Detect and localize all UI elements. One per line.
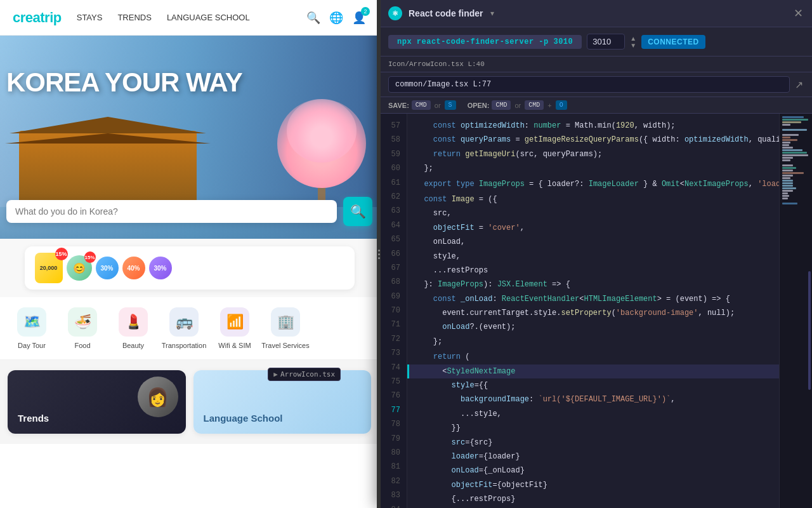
category-beauty[interactable]: 💄 Beauty: [108, 307, 159, 349]
line-numbers: 57 58 59 60 61 62 63 64 65 66 67 68 69 7…: [379, 114, 407, 508]
promo-banner: 15% 20,000 15% 😊 30% 40% 30%: [0, 239, 379, 297]
panel-close-button[interactable]: ✕: [794, 6, 803, 20]
line-num-68: 68: [379, 275, 407, 289]
divider-dot-2: [378, 253, 380, 255]
minimap-content: [780, 114, 812, 208]
or-text-1: or: [435, 102, 441, 109]
category-day-tour[interactable]: 🗺️ Day Tour: [6, 307, 57, 349]
mini-line-26: [782, 180, 793, 182]
mini-line-9: [782, 137, 790, 138]
category-wifi[interactable]: 📶 Wifi & SIM: [209, 307, 260, 349]
mini-line-32: [782, 195, 789, 197]
code-line-84: onLoad={_onLoad}: [407, 464, 779, 478]
arrow-down-icon[interactable]: ▼: [630, 42, 636, 49]
line-num-71: 71: [379, 318, 407, 331]
mini-line-2: [782, 119, 808, 121]
file-location-text: Icon/ArrowIcon.tsx L:40: [388, 60, 485, 68]
promo-percent-30a: 30%: [96, 257, 119, 279]
line-num-70: 70: [379, 304, 407, 318]
panel-title: React code finder: [409, 8, 483, 18]
port-input[interactable]: [587, 34, 625, 50]
connected-badge: CONNECTED: [641, 35, 705, 49]
code-line-60: };: [407, 161, 779, 175]
hero-section: KOREA YOUR WAY 🔍: [0, 36, 379, 239]
code-editor[interactable]: 57 58 59 60 61 62 63 64 65 66 67 68 69 7…: [379, 114, 812, 508]
category-beauty-label: Beauty: [122, 342, 144, 349]
code-line-83: loader={loader}: [407, 450, 779, 464]
line-num-67: 67: [379, 261, 407, 275]
code-line-59: return getImageUri(src, queryParams);: [407, 147, 779, 161]
panel-chevron-icon: ▾: [490, 9, 494, 18]
line-num-66: 66: [379, 247, 407, 261]
code-line-70: }: ImageProps): JSX.Element => {: [407, 277, 779, 291]
code-line-81: }}: [407, 421, 779, 435]
line-num-72: 72: [379, 332, 407, 346]
code-line-74: };: [407, 335, 779, 349]
code-line-65: src,: [407, 206, 779, 220]
code-line-85: objectFit={objectFit}: [407, 478, 779, 492]
nav-item-trends[interactable]: TRENDS: [117, 13, 151, 22]
trends-card[interactable]: Trends 👩: [8, 370, 186, 434]
file-selector[interactable]: common/Image.tsx L:77: [388, 76, 790, 93]
external-link-icon[interactable]: ↗: [795, 79, 803, 91]
mini-line-11: [782, 142, 790, 144]
file-indicator-overlay: ▶ ArrowIcon.tsx: [268, 368, 341, 381]
mini-line-31: [782, 192, 788, 194]
mini-line-33: [782, 197, 788, 199]
code-line-69: ...restProps: [407, 264, 779, 277]
category-transport-label: Transportation: [162, 342, 207, 349]
panel-header: ⚛ React code finder ▾ ✕: [379, 0, 812, 27]
code-content: const optimizedWidth: number = Math.min(…: [407, 114, 779, 508]
shortcut-bar: SAVE: CMD or S OPEN: CMD or CMD + O: [379, 97, 812, 114]
category-travel-services[interactable]: 🏢 Travel Services: [260, 307, 311, 349]
arrow-up-icon[interactable]: ▲: [630, 35, 636, 42]
category-food[interactable]: 🍜 Food: [57, 307, 108, 349]
save-label: SAVE:: [388, 102, 409, 109]
category-transportation[interactable]: 🚌 Transportation: [159, 307, 209, 349]
line-num-61: 61: [379, 176, 407, 190]
promo-card[interactable]: 15% 20,000 15% 😊 30% 40% 30%: [25, 246, 355, 290]
code-line-79: backgroundImage: `url('${DEFAULT_IMAGE_U…: [407, 392, 779, 406]
code-line-67: onLoad,: [407, 235, 779, 249]
mini-line-14: [782, 149, 802, 151]
mini-line-27: [782, 182, 793, 184]
mini-line-13: [782, 147, 793, 149]
user-icon[interactable]: 👤 2: [352, 11, 366, 25]
line-num-84: 84: [379, 503, 407, 508]
mini-line-4: [782, 124, 790, 126]
search-wrap[interactable]: [6, 200, 337, 223]
panel-react-icon: ⚛: [388, 6, 402, 20]
line-num-76: 76: [379, 389, 407, 403]
file-location-bar: Icon/ArrowIcon.tsx L:40: [379, 57, 812, 72]
line-num-69: 69: [379, 290, 407, 304]
search-icon[interactable]: 🔍: [306, 11, 320, 25]
promo-stickers: 15% 20,000 15% 😊 30% 40% 30%: [35, 253, 172, 283]
mini-line-18: [782, 159, 790, 161]
port-arrows[interactable]: ▲ ▼: [630, 35, 636, 49]
nav-item-language-school[interactable]: LANGUAGE SCHOOL: [167, 13, 250, 22]
line-num-63: 63: [379, 204, 407, 218]
line-num-79: 79: [379, 432, 407, 446]
divider-handle: [378, 250, 380, 259]
beauty-icon: 💄: [119, 307, 148, 337]
code-line-82: src={src}: [407, 436, 779, 450]
mini-line-30: [782, 190, 793, 192]
left-panel: creatrip STAYS TRENDS LANGUAGE SCHOOL 🔍 …: [0, 0, 379, 508]
transport-icon: 🚌: [169, 307, 199, 337]
line-num-78: 78: [379, 417, 407, 431]
globe-icon[interactable]: 🌐: [329, 11, 343, 25]
panel-divider[interactable]: [377, 0, 381, 508]
navigation: creatrip STAYS TRENDS LANGUAGE SCHOOL 🔍 …: [0, 0, 379, 36]
line-num-74: 74: [379, 361, 407, 375]
code-line-57: const optimizedWidth: number = Math.min(…: [407, 119, 779, 133]
search-button[interactable]: 🔍: [343, 197, 372, 226]
search-input[interactable]: [15, 206, 328, 217]
nav-item-stays[interactable]: STAYS: [77, 13, 103, 22]
category-tour-label: Day Tour: [18, 342, 46, 349]
mini-line-12: [782, 144, 789, 146]
line-num-57: 57: [379, 119, 407, 133]
mini-line-24: [782, 175, 793, 177]
hero-search: 🔍: [6, 197, 372, 226]
code-line-66: objectFit = 'cover',: [407, 221, 779, 235]
code-line-68: style,: [407, 250, 779, 264]
